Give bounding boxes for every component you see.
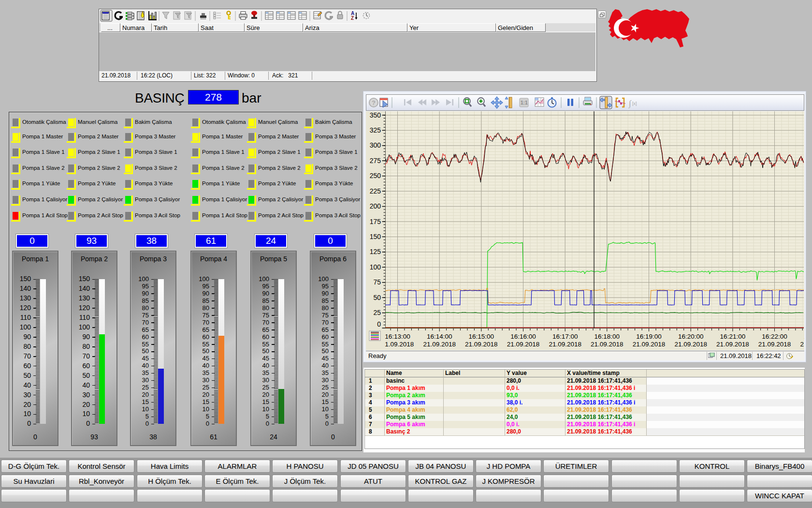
svg-text:16:22:00: 16:22:00 (762, 333, 787, 340)
svg-text:125: 125 (370, 248, 381, 255)
svg-text:16:21:00: 16:21:00 (720, 333, 746, 340)
svg-text:1:1: 1:1 (521, 100, 528, 105)
svg-text:∫: ∫ (628, 99, 632, 108)
svg-text:21.09.2018: 21.09.2018 (591, 341, 624, 348)
svg-text:75: 75 (373, 278, 381, 286)
svg-text:350: 350 (370, 111, 381, 119)
svg-text:275: 275 (370, 157, 381, 164)
svg-text:21.09.2018: 21.09.2018 (381, 341, 414, 348)
svg-text:16:20:00: 16:20:00 (678, 333, 704, 340)
svg-text:21.09.2018: 21.09.2018 (800, 341, 804, 348)
svg-text:21.09.2018: 21.09.2018 (423, 341, 456, 348)
svg-text:21.09.2018: 21.09.2018 (758, 341, 791, 348)
svg-text:16:23:00: 16:23:00 (804, 333, 804, 340)
svg-text:[x]: [x] (632, 101, 637, 106)
svg-text:16:13:00: 16:13:00 (385, 333, 410, 340)
svg-text:25: 25 (373, 309, 381, 316)
svg-text:175: 175 (370, 218, 381, 225)
svg-text:100: 100 (370, 263, 381, 271)
svg-text:16:14:00: 16:14:00 (427, 333, 452, 340)
svg-text:325: 325 (370, 126, 381, 134)
svg-text:21.09.2018: 21.09.2018 (507, 341, 540, 348)
svg-text:200: 200 (370, 202, 381, 210)
svg-text:16:15:00: 16:15:00 (469, 333, 494, 340)
svg-text:225: 225 (370, 187, 381, 195)
svg-text:50: 50 (373, 294, 381, 301)
svg-text:21.09.2018: 21.09.2018 (549, 341, 581, 348)
svg-text:21.09.2018: 21.09.2018 (674, 341, 707, 348)
svg-text:16:16:00: 16:16:00 (510, 333, 536, 340)
svg-text:21.09.2018: 21.09.2018 (633, 341, 666, 348)
svg-text:?: ? (372, 99, 376, 106)
svg-text:250: 250 (370, 172, 381, 179)
svg-text:300: 300 (370, 141, 381, 149)
svg-text:16:17:00: 16:17:00 (552, 333, 578, 340)
svg-text:16:18:00: 16:18:00 (594, 333, 620, 340)
svg-text:Z: Z (351, 15, 354, 21)
svg-text:16:19:00: 16:19:00 (636, 333, 662, 340)
svg-text:150: 150 (370, 233, 381, 240)
svg-text:21.09.2018: 21.09.2018 (465, 341, 498, 348)
svg-text:21.09.2018: 21.09.2018 (716, 341, 749, 348)
svg-text:0: 0 (377, 320, 381, 328)
